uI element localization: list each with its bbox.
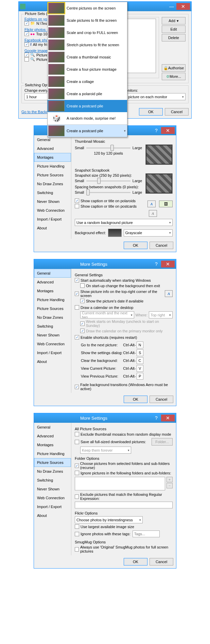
tab-import-export[interactable]: Import / Export — [34, 348, 71, 357]
tab-general[interactable]: General — [34, 423, 71, 432]
tab-about[interactable]: About — [34, 511, 71, 520]
tab-advanced[interactable]: Advanced — [34, 432, 71, 440]
spacing-slider[interactable]: Small Large — [75, 190, 142, 194]
close-button[interactable]: ✕ — [161, 261, 175, 267]
cancel-button[interactable]: Cancel — [150, 558, 173, 565]
tab-picture-handling[interactable]: Picture Handling — [34, 449, 71, 458]
tab-picture-sources[interactable]: Picture Sources — [34, 304, 71, 313]
ok-button[interactable]: OK — [124, 396, 147, 403]
ok-button[interactable]: OK — [139, 108, 163, 116]
tab-import-export[interactable]: Import / Export — [34, 215, 71, 224]
exclude-thumb-check[interactable]: Exclude thumbnail mosaics from random di… — [75, 432, 171, 436]
tab-no-draw[interactable]: No Draw Zones — [34, 313, 71, 322]
tab-picture-handling[interactable]: Picture Handling — [34, 295, 71, 304]
tab-no-draw[interactable]: No Draw Zones — [34, 467, 71, 476]
start-auto-check[interactable]: Start automatically when starting Window… — [75, 278, 151, 282]
tab-picture-handling[interactable]: Picture Handling — [34, 162, 71, 171]
close-button[interactable]: ✕ — [161, 127, 175, 134]
delete-button[interactable]: Delete — [162, 34, 186, 41]
cancel-button[interactable]: Cancel — [165, 108, 189, 116]
font-button[interactable]: A — [165, 290, 173, 297]
key-clear[interactable] — [137, 357, 143, 364]
show-date-check[interactable]: Show the picture's date if available — [80, 299, 143, 303]
tab-never-shown[interactable]: Never Shown — [34, 197, 71, 206]
close-button[interactable]: ✕ — [161, 415, 175, 421]
tab-advanced[interactable]: Advanced — [34, 278, 71, 286]
key-view-current[interactable] — [137, 365, 143, 372]
tab-general[interactable]: General — [34, 269, 71, 278]
ok-button[interactable]: OK — [124, 242, 147, 249]
menu-collage[interactable]: Create a collage — [48, 75, 127, 88]
authorise-button[interactable]: 🔒Authorise — [162, 64, 186, 72]
draw-cal-check[interactable]: Draw a calendar on the desktop — [75, 305, 133, 310]
exclude-regex-check[interactable]: Exclude pictures that match the followin… — [75, 492, 173, 501]
fade-check[interactable]: Fade background transitions (Windows Aer… — [75, 383, 173, 391]
tab-switching[interactable]: Switching — [34, 476, 71, 485]
menu-four-montage[interactable]: Create a four-picture montage — [48, 63, 127, 75]
week-starts-check[interactable]: Week starts on Monday (uncheck to start … — [80, 319, 173, 328]
edit-button[interactable]: Edit — [162, 25, 186, 33]
help-button[interactable]: ? — [152, 415, 160, 421]
remove-folder-button[interactable]: − — [167, 483, 173, 488]
more-button[interactable]: ⚙More... — [162, 73, 186, 80]
menu-centre[interactable]: Centre pictures on the screen — [48, 2, 127, 14]
tab-never-shown[interactable]: Never Shown — [34, 331, 71, 340]
ignore-folders-check[interactable]: Ignore pictures in the following folders… — [75, 471, 171, 475]
close-button[interactable]: ✕ — [176, 3, 190, 10]
tab-about[interactable]: About — [34, 224, 71, 232]
keep-dropdown[interactable]: Keep them forever — [80, 447, 131, 454]
key-view-prev[interactable] — [137, 373, 143, 380]
ignore-folders-list[interactable] — [75, 477, 165, 490]
menu-scale-fit[interactable]: Scale pictures to fit the screen — [48, 14, 127, 27]
tab-picture-sources[interactable]: Picture Sources — [34, 171, 71, 179]
show-info-check[interactable]: Show picture info on the top-right corne… — [75, 290, 165, 298]
folder-button[interactable]: Folder... — [152, 438, 173, 446]
menu-scale-crop[interactable]: Scale and crop to FULL screen — [48, 27, 127, 39]
save-full-check[interactable]: Save all full-sized downloaded pictures: — [75, 440, 146, 444]
tab-picture-sources[interactable]: Picture Sources — [34, 458, 71, 467]
caption-polaroid-check[interactable]: Show caption or title on polaroids — [75, 198, 136, 203]
key-next[interactable] — [137, 342, 143, 348]
bg-effect-dropdown[interactable]: Grayscale — [124, 229, 173, 237]
snap-size-slider[interactable]: Small Large — [75, 179, 142, 183]
tab-montages[interactable]: Montages — [34, 153, 71, 162]
caption-postcard-check[interactable]: Show caption or title on postcards — [75, 204, 137, 208]
ignore-tags-check[interactable]: Ignore photos with these tags: — [75, 532, 130, 536]
regex-input[interactable] — [75, 502, 173, 508]
draw-primary-check[interactable]: Draw the calendar on the primary monitor… — [80, 329, 163, 333]
tab-montages[interactable]: Montages — [34, 286, 71, 295]
menu-polaroid[interactable]: Create a polaroid pile — [48, 88, 127, 100]
cancel-button[interactable]: Cancel — [150, 242, 173, 249]
menu-random[interactable]: 🎲A random mode, surprise me! — [48, 112, 127, 124]
random-bg-dropdown[interactable]: Use a random background picture — [75, 219, 173, 226]
ok-button[interactable]: OK — [124, 558, 147, 565]
tab-no-draw[interactable]: No Draw Zones — [34, 179, 71, 188]
menu-stretch[interactable]: Stretch pictures to fit the screen — [48, 39, 127, 51]
menu-postcard[interactable]: Create a postcard pile — [48, 100, 127, 112]
flickr-sort-dropdown[interactable]: Choose photos by interestingness — [75, 516, 143, 523]
menu-mosaic[interactable]: Create a thumbnail mosaic — [48, 51, 127, 63]
tab-advanced[interactable]: Advanced — [34, 144, 71, 153]
key-settings[interactable] — [137, 349, 143, 356]
help-button[interactable]: ? — [152, 261, 160, 267]
cal-range-dropdown[interactable]: Current month and the next two — [80, 311, 134, 318]
tab-import-export[interactable]: Import / Export — [34, 502, 71, 511]
font-button-2[interactable]: A — [149, 210, 157, 217]
recurse-check[interactable]: Choose pictures from selected folders an… — [75, 462, 173, 470]
add-folder-button[interactable]: + — [167, 477, 173, 482]
mode-dropdown[interactable]: Create a postcard pile — [48, 125, 127, 137]
titlebar[interactable]: More Settings ? ✕ — [34, 259, 176, 269]
tab-web-connection[interactable]: Web Connection — [34, 206, 71, 215]
tab-web-connection[interactable]: Web Connection — [34, 493, 71, 502]
cal-where-dropdown[interactable]: Top right — [149, 311, 173, 318]
enable-shortcuts-check[interactable]: Enable shortcuts (requires restart) — [75, 335, 137, 340]
thumb-size-slider[interactable]: Small Large — [75, 146, 142, 150]
cancel-button[interactable]: Cancel — [150, 396, 173, 403]
tags-input[interactable] — [133, 530, 160, 537]
minimize-button[interactable]: — — [168, 3, 176, 10]
tab-switching[interactable]: Switching — [34, 188, 71, 197]
tab-switching[interactable]: Switching — [34, 322, 71, 331]
font-button-1[interactable]: A — [147, 201, 156, 207]
startup-change-check[interactable]: On start-up change the background then e… — [80, 283, 160, 288]
smugmug-orig-check[interactable]: Always use 'Original' SmugMug photos for… — [75, 545, 173, 553]
